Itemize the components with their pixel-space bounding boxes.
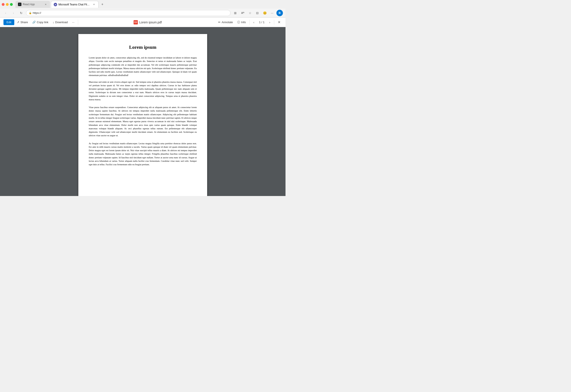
more-button[interactable]: ··· (269, 10, 275, 16)
extensions-icon: ⊞ (234, 11, 237, 15)
pdf-paragraph-1: Lorem ipsum dolor sit amet, consectetur … (89, 56, 197, 77)
forward-icon: › (13, 11, 14, 15)
url-text: https:// (33, 11, 41, 15)
browser-chrome: ⚛ React App ✕ ☁ Microsoft Teams Chat Fil… (0, 0, 286, 17)
close-pdf-button[interactable]: ✕ (276, 19, 282, 25)
split-icon: ⊟ (256, 11, 259, 15)
pdf-document-title: Lorem ipsum (89, 44, 197, 50)
download-button[interactable]: ↓ Download (51, 19, 70, 25)
edit-button[interactable]: Edit (3, 19, 14, 25)
close-window-button[interactable] (2, 3, 5, 6)
pdf-container[interactable]: Lorem ipsum Lorem ipsum dolor sit amet, … (0, 27, 286, 196)
page-navigation: ‹ 1 / 1 › (251, 20, 272, 25)
tab-teams-close[interactable]: ✕ (92, 3, 96, 6)
page-count-display: 1 / 1 (258, 21, 266, 24)
annotate-button[interactable]: ✏ Annotate (216, 19, 235, 25)
back-button[interactable]: ‹ (3, 10, 9, 16)
pdf-title-section: PDF Lorem ipsum.pdf (80, 20, 215, 25)
extensions-button[interactable]: ⊞ (232, 10, 238, 16)
pdf-paragraph-2: Maecenas sed enim ut sem viverra aliquet… (89, 80, 197, 102)
new-tab-button[interactable]: + (99, 1, 105, 7)
tab-teams-label: Microsoft Teams Chat Files - C... (58, 3, 91, 6)
minimize-window-button[interactable] (6, 3, 9, 6)
more-options-icon: ··· (72, 21, 74, 24)
refresh-button[interactable]: ↻ (18, 10, 24, 16)
split-view-button[interactable]: ⊟ (254, 10, 260, 16)
bing-icon: B (279, 11, 281, 15)
forward-button[interactable]: › (10, 10, 16, 16)
prev-page-icon: ‹ (253, 21, 254, 24)
annotate-icon: ✏ (218, 21, 221, 24)
teams-favicon: ☁ (54, 3, 57, 6)
bing-button[interactable]: B (276, 10, 283, 16)
tab-react-app-label: React App (23, 3, 43, 6)
traffic-lights (2, 3, 13, 6)
favorite-icon: ☆ (249, 11, 252, 15)
url-bar[interactable]: 🔒 https:// (26, 10, 230, 16)
tab-bar: ⚛ React App ✕ ☁ Microsoft Teams Chat Fil… (0, 0, 286, 9)
annotate-label: Annotate (222, 21, 233, 24)
toolbar-separator-1 (78, 20, 78, 25)
tab-react-app[interactable]: ⚛ React App ✕ (15, 1, 50, 8)
share-label: Share (20, 21, 28, 24)
maximize-window-button[interactable] (10, 3, 13, 6)
pdf-filename: Lorem ipsum.pdf (139, 21, 162, 24)
prev-page-button[interactable]: ‹ (251, 20, 257, 25)
address-bar-right: ⊞ Aᴬ ☆ ⊟ 😊 ··· B (232, 10, 283, 16)
address-bar: ‹ › ↻ 🔒 https:// ⊞ Aᴬ ☆ ⊟ 😊 (0, 9, 286, 17)
react-app-favicon: ⚛ (18, 3, 21, 6)
tab-teams[interactable]: ☁ Microsoft Teams Chat Files - C... ✕ (51, 1, 99, 8)
text-size-icon: Aᴬ (241, 12, 244, 15)
copy-link-icon: 🔗 (32, 21, 36, 24)
profile-button[interactable]: 😊 (262, 10, 268, 16)
more-options-button[interactable]: ··· (70, 19, 76, 25)
info-button[interactable]: ⓘ Info (235, 19, 248, 25)
share-button[interactable]: ↗ Share (15, 19, 30, 25)
info-icon: ⓘ (237, 20, 240, 24)
pdf-page: Lorem ipsum Lorem ipsum dolor sit amet, … (78, 34, 207, 196)
lock-icon: 🔒 (29, 12, 32, 14)
favorite-button[interactable]: ☆ (247, 10, 253, 16)
pdf-paragraph-3: Vitae purus faucibus ornare suspendisse.… (89, 106, 197, 137)
copy-link-button[interactable]: 🔗 Copy link (30, 19, 50, 25)
download-label: Download (55, 21, 68, 24)
info-label: Info (241, 21, 246, 24)
back-icon: ‹ (5, 11, 6, 15)
profile-icon: 😊 (263, 11, 267, 15)
pdf-paragraph-4: Ac feugiat sed lectus vestibulum mattis … (89, 142, 197, 167)
pdf-file-icon: PDF (134, 20, 138, 25)
next-page-button[interactable]: › (267, 20, 272, 25)
next-page-icon: › (269, 21, 270, 24)
more-icon: ··· (271, 11, 273, 15)
toolbar-separator-3 (274, 20, 274, 25)
toolbar-separator-2 (249, 20, 250, 25)
download-icon: ↓ (53, 21, 54, 24)
text-size-button[interactable]: Aᴬ (240, 10, 246, 16)
share-icon: ↗ (17, 21, 19, 24)
pdf-toolbar: Edit ↗ Share 🔗 Copy link ↓ Download ··· … (0, 17, 286, 27)
refresh-icon: ↻ (20, 11, 23, 15)
tab-react-app-close[interactable]: ✕ (44, 3, 47, 6)
close-icon: ✕ (278, 20, 281, 24)
copy-link-label: Copy link (37, 21, 48, 24)
